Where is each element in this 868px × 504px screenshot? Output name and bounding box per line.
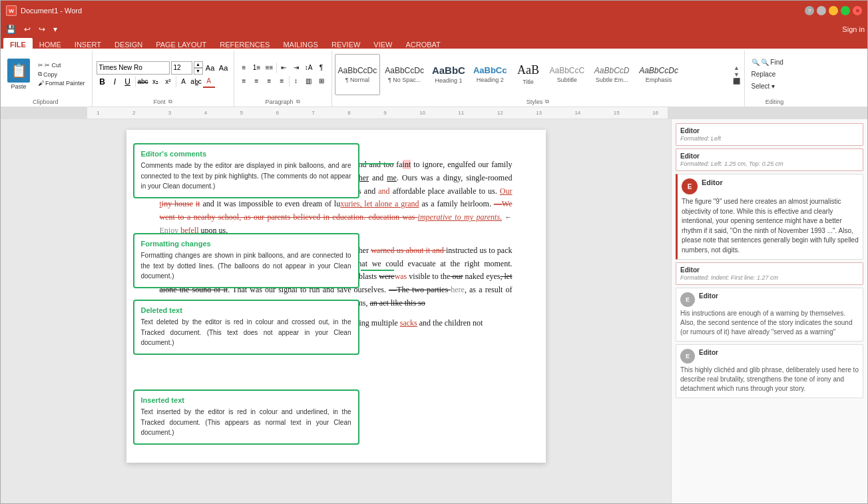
subscript-btn[interactable]: x₂ bbox=[150, 76, 162, 88]
paragraph-group-label: Paragraph ⧉ bbox=[238, 98, 327, 107]
font-divider2 bbox=[176, 77, 176, 87]
paste-label: Paste bbox=[11, 83, 26, 90]
borders-btn[interactable]: ⊞ bbox=[316, 75, 327, 87]
sort-btn[interactable]: ↕A bbox=[303, 62, 315, 74]
style-emphasis[interactable]: AaBbCcDc Emphasis bbox=[636, 54, 682, 95]
comment-3-author: Editor bbox=[702, 178, 723, 186]
document-scroll-area[interactable]: On 9th November 1993, a faint sound, too… bbox=[1, 119, 671, 503]
tab-view[interactable]: VIEW bbox=[367, 38, 399, 49]
text-effects-btn[interactable]: A bbox=[178, 76, 190, 88]
tab-design[interactable]: DESIGN bbox=[108, 38, 149, 49]
decrease-indent-btn[interactable]: ⇤ bbox=[278, 62, 290, 74]
style-subtle-em[interactable]: AaBbCcD Subtle Em... bbox=[589, 54, 634, 95]
tab-references[interactable]: REFERENCES bbox=[213, 38, 276, 49]
align-center-btn[interactable]: ≡ bbox=[251, 75, 263, 87]
styles-dialog-btn[interactable]: ⧉ bbox=[545, 99, 549, 105]
replace-button[interactable]: Replace bbox=[749, 69, 801, 79]
tab-home[interactable]: HOME bbox=[33, 38, 68, 49]
font-size-input[interactable] bbox=[171, 61, 192, 75]
styles-more-btn[interactable]: ⬛ bbox=[732, 78, 742, 85]
style-normal[interactable]: AaBbCcDc ¶ Normal bbox=[335, 54, 381, 95]
style-normal-label: ¶ Normal bbox=[345, 77, 369, 83]
bullets-btn[interactable]: ≡ bbox=[238, 62, 250, 74]
save-quick-btn[interactable]: 💾 bbox=[3, 23, 19, 35]
style-title[interactable]: AaB Title bbox=[512, 54, 545, 95]
style-subtitle[interactable]: AaBbCcC Subtitle bbox=[546, 54, 588, 95]
format-painter-button[interactable]: 🖌 Format Painter bbox=[35, 79, 88, 87]
text-highlight-btn[interactable]: ab̲c bbox=[190, 76, 202, 88]
redo-quick-btn[interactable]: ↪ bbox=[36, 23, 48, 35]
font-dialog-btn[interactable]: ⧉ bbox=[168, 99, 172, 105]
ribbon-collapse-btn[interactable] bbox=[817, 6, 826, 15]
font-size-down-btn[interactable]: ▼ bbox=[194, 68, 203, 75]
copy-button[interactable]: ⧉ Copy bbox=[35, 70, 88, 79]
callout-formatting-changes-title: Formatting changes bbox=[141, 240, 351, 248]
justify-btn[interactable]: ≡ bbox=[276, 75, 288, 87]
cut-button[interactable]: ✂ ✂ Cut bbox=[35, 61, 88, 69]
tab-file[interactable]: FILE bbox=[3, 38, 33, 49]
clipboard-small-btns: ✂ ✂ Cut ⧉ Copy 🖌 Format Painter bbox=[35, 61, 88, 87]
numbering-btn[interactable]: 1≡ bbox=[251, 62, 263, 74]
comment-6-avatar: E bbox=[680, 349, 695, 364]
align-right-btn[interactable]: ≡ bbox=[264, 75, 276, 87]
line-spacing-btn[interactable]: ↕ bbox=[290, 75, 302, 87]
select-button[interactable]: Select ▾ bbox=[749, 81, 801, 91]
editing-group: 🔍 🔍 Find Replace Select ▾ Editing bbox=[745, 51, 805, 107]
superscript-btn[interactable]: x² bbox=[162, 76, 174, 88]
comment-2-label: Formatted: Left: 1.25 cm, Top: 0.25 cm bbox=[680, 160, 859, 167]
underline-btn[interactable]: U bbox=[122, 76, 134, 88]
tab-review[interactable]: REVIEW bbox=[325, 38, 367, 49]
bold-btn[interactable]: B bbox=[97, 76, 108, 88]
sign-in-link[interactable]: Sign in bbox=[842, 25, 865, 33]
comment-item-6: E Editor This highly clichéd and glib ph… bbox=[676, 344, 863, 398]
comment-3-text: The figure "9" used here creates an almo… bbox=[682, 197, 859, 255]
callout-deleted-text-body: Text deleted by the editor is red in col… bbox=[141, 317, 351, 348]
font-size-up-btn[interactable]: ▲ bbox=[194, 61, 203, 68]
tab-page-layout[interactable]: PAGE LAYOUT bbox=[149, 38, 213, 49]
para-divider2 bbox=[289, 76, 290, 87]
ruler-right-margin bbox=[668, 107, 867, 119]
increase-indent-btn[interactable]: ⇥ bbox=[290, 62, 302, 74]
style-heading1[interactable]: AaBbC Heading 1 bbox=[429, 54, 469, 95]
comment-item-4: Editor Formatted: Indent: First line: 1.… bbox=[676, 262, 863, 285]
show-formatting-btn[interactable]: ¶ bbox=[316, 62, 327, 74]
close-btn[interactable]: ✕ bbox=[853, 6, 862, 15]
paragraph-group: ≡ 1≡ ≡≡ ⇤ ⇥ ↕A ¶ ≡ ≡ ≡ ≡ ↕ ▥ ⊞ bbox=[234, 51, 332, 107]
comments-sidebar: Editor Formatted: Left Editor Formatted:… bbox=[671, 119, 867, 503]
style-subtle-em-label: Subtle Em... bbox=[596, 77, 628, 83]
style-no-spacing[interactable]: AaBbCcDc ¶ No Spac... bbox=[381, 54, 427, 95]
tab-mailings[interactable]: MAILINGS bbox=[276, 38, 325, 49]
ruler-left-margin bbox=[1, 107, 87, 119]
scissors-icon: ✂ bbox=[38, 62, 43, 69]
callout-inserted-text-body: Text inserted by the editor is red in co… bbox=[141, 407, 351, 438]
multilevel-btn[interactable]: ≡≡ bbox=[264, 62, 276, 74]
find-button[interactable]: 🔍 🔍 Find bbox=[749, 57, 801, 67]
style-subtle-em-preview: AaBbCcD bbox=[594, 66, 630, 75]
clear-formatting-btn[interactable]: Aa bbox=[204, 62, 216, 74]
maximize-btn[interactable] bbox=[841, 6, 850, 15]
callout-inserted-text: Inserted text Text inserted by the edito… bbox=[133, 389, 359, 445]
ruler-body: 12345678910111213141516 bbox=[87, 110, 668, 116]
undo-quick-btn[interactable]: ↩ bbox=[21, 23, 33, 35]
more-quick-btn[interactable]: ▾ bbox=[51, 23, 60, 35]
case-btn[interactable]: Aa bbox=[218, 62, 230, 74]
minimize-btn[interactable] bbox=[829, 6, 838, 15]
style-heading2[interactable]: AaBbCc Heading 2 bbox=[470, 54, 511, 95]
paste-button[interactable]: 📋 Paste bbox=[3, 57, 34, 91]
shading-btn[interactable]: ▥ bbox=[303, 75, 315, 87]
format-painter-icon: 🖌 bbox=[38, 80, 44, 87]
clipboard-label: Clipboard bbox=[3, 98, 88, 107]
tab-acrobat[interactable]: ACROBAT bbox=[399, 38, 447, 49]
styles-down-btn[interactable]: ▼ bbox=[732, 71, 742, 78]
para-dialog-btn[interactable]: ⧉ bbox=[296, 99, 300, 105]
font-size-arrows: ▲ ▼ bbox=[194, 61, 203, 75]
align-left-btn[interactable]: ≡ bbox=[238, 75, 250, 87]
title-bar-title: Document1 - Word bbox=[21, 7, 82, 15]
help-btn[interactable]: ? bbox=[805, 6, 814, 15]
font-name-input[interactable] bbox=[97, 61, 170, 75]
strikethrough-btn[interactable]: abc bbox=[137, 76, 149, 88]
styles-up-btn[interactable]: ▲ bbox=[732, 65, 742, 71]
font-color-btn[interactable]: A bbox=[203, 76, 215, 88]
tab-insert[interactable]: INSERT bbox=[68, 38, 108, 49]
italic-btn[interactable]: I bbox=[109, 76, 121, 88]
